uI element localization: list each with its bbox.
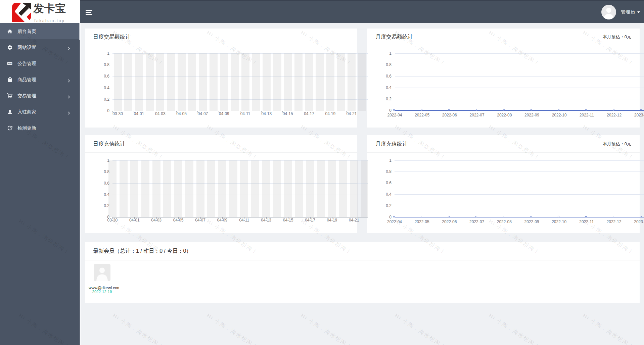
topbar: 管理员	[80, 0, 644, 23]
sidebar-item-products[interactable]: 商品管理	[0, 71, 80, 88]
x-axis-label: 2022-08	[493, 113, 516, 117]
series-marker	[585, 216, 587, 217]
y-axis-label: 0.4	[95, 192, 109, 197]
brand-logo[interactable]: 发卡宝 fakabao.top	[0, 0, 80, 23]
watermark-text: Hi 小淘，淘你想淘！	[582, 312, 635, 345]
x-axis-label: 04-07	[189, 218, 212, 223]
chart-gridline	[395, 88, 644, 88]
sidebar-item-announcements[interactable]: NEW公告管理	[0, 55, 80, 71]
y-axis-label: 1	[377, 158, 392, 163]
chart-gridline	[395, 194, 644, 195]
x-axis-label: 2022-05	[410, 219, 434, 224]
x-axis-label: 04-07	[191, 111, 215, 116]
x-axis-label: 2022-10	[547, 219, 571, 224]
x-axis-label: 2022-09	[520, 219, 544, 224]
bar-background	[358, 53, 366, 111]
chart-gridline	[395, 183, 644, 183]
menu-toggle-icon[interactable]	[86, 10, 92, 15]
bar-background	[220, 53, 228, 111]
x-axis-label: 04-11	[232, 218, 256, 223]
x-axis-label: 2022-06	[438, 113, 461, 117]
home-icon	[7, 28, 13, 34]
x-axis-label: 04-21	[342, 218, 366, 223]
bar-background	[185, 160, 193, 217]
y-axis-label: 0.6	[95, 74, 109, 79]
bar-background	[141, 160, 149, 217]
x-axis-label: 2022-06	[438, 219, 461, 224]
y-axis-label: 0.2	[377, 97, 392, 101]
chart-gridline	[395, 160, 644, 161]
x-axis-label: 2022-10	[548, 113, 571, 117]
y-axis-label: 0.6	[377, 181, 392, 185]
y-axis-label: 0.8	[95, 169, 109, 174]
bar-background	[361, 160, 368, 217]
series-marker	[585, 109, 587, 111]
series-marker	[640, 109, 642, 111]
bar-background	[252, 53, 260, 111]
bar-background	[295, 160, 303, 217]
x-axis-label: 04-01	[127, 111, 151, 116]
y-axis-label: 0.8	[377, 62, 392, 67]
x-axis-label: 04-01	[123, 218, 146, 223]
y-axis-label: 0.6	[377, 74, 392, 79]
y-axis-label: 0.4	[95, 86, 109, 90]
x-axis-label: 04-11	[234, 111, 257, 116]
bar-background	[108, 160, 117, 217]
series-marker	[640, 216, 642, 217]
sidebar-scrollbar-track	[79, 23, 80, 345]
series-marker	[421, 109, 422, 111]
daily-sales-chart: 00.20.40.60.8103-3004-0104-0304-0504-070…	[85, 46, 368, 127]
bar-background	[350, 160, 358, 217]
cart-icon	[7, 93, 13, 99]
y-axis-label: 0	[377, 215, 392, 219]
gear-icon	[7, 44, 13, 50]
x-axis-label: 2023-01	[630, 219, 644, 224]
sidebar-item-home[interactable]: 后台首页	[0, 23, 80, 39]
bar-background	[262, 160, 270, 217]
bar-background	[231, 53, 239, 111]
bar-background	[152, 160, 160, 217]
member-list-item[interactable]: www@dkewl.com 2022-12-19	[85, 262, 119, 296]
bar-background	[273, 160, 281, 217]
chevron-down-icon	[637, 11, 640, 13]
watermark-text: Hi 小淘，淘你想淘！	[300, 312, 353, 345]
monthly-sales-card-header: 月度交易额统计 本月预估：0元	[367, 29, 640, 45]
bar-background	[114, 53, 122, 111]
bar-background	[251, 160, 259, 217]
chevron-right-icon	[68, 110, 70, 113]
monthly-recharge-estimate: 本月预估：0元	[603, 135, 631, 152]
x-axis-label: 2022-04	[383, 219, 406, 224]
bar-background	[229, 160, 237, 217]
sidebar-item-site-settings[interactable]: 网站设置	[0, 39, 80, 55]
bar-background	[337, 53, 345, 111]
monthly-sales-estimate: 本月预估：0元	[603, 29, 631, 45]
sidebar-item-orders[interactable]: 交易管理	[0, 88, 80, 104]
sidebar-item-merchants[interactable]: 入驻商家	[0, 104, 80, 120]
bar-background	[124, 53, 132, 111]
x-axis-label: 04-15	[276, 218, 300, 223]
chart-gridline	[395, 53, 644, 54]
bar-background	[263, 53, 271, 111]
series-marker	[475, 216, 477, 217]
watermark-text: Hi 小淘，淘你想淘！	[206, 312, 259, 345]
watermark-text: Hi 小淘，淘你想淘！	[394, 312, 447, 345]
bar-background	[306, 160, 314, 217]
y-axis-label: 0.8	[95, 62, 109, 67]
y-axis-label: 0.2	[95, 97, 109, 102]
sidebar-item-label: 检测更新	[17, 120, 36, 136]
chart-gridline	[395, 99, 644, 99]
x-axis-label: 04-05	[167, 218, 190, 223]
chevron-right-icon	[68, 46, 70, 49]
sidebar-scrollbar-thumb[interactable]	[79, 23, 80, 40]
bar-background	[294, 53, 303, 111]
y-axis-label: 1	[95, 51, 109, 56]
sidebar-item-label: 后台首页	[17, 23, 36, 39]
bar-background	[120, 160, 128, 217]
series-marker	[613, 216, 614, 217]
x-axis-label: 04-13	[255, 111, 278, 116]
user-menu[interactable]: 管理员	[601, 1, 644, 23]
y-axis-label: 1	[377, 51, 392, 56]
bar-background	[196, 160, 204, 217]
sidebar-item-check-update[interactable]: 检测更新	[0, 120, 80, 136]
monthly-recharge-card-header: 月度充值统计 本月预估：0元	[367, 135, 640, 153]
